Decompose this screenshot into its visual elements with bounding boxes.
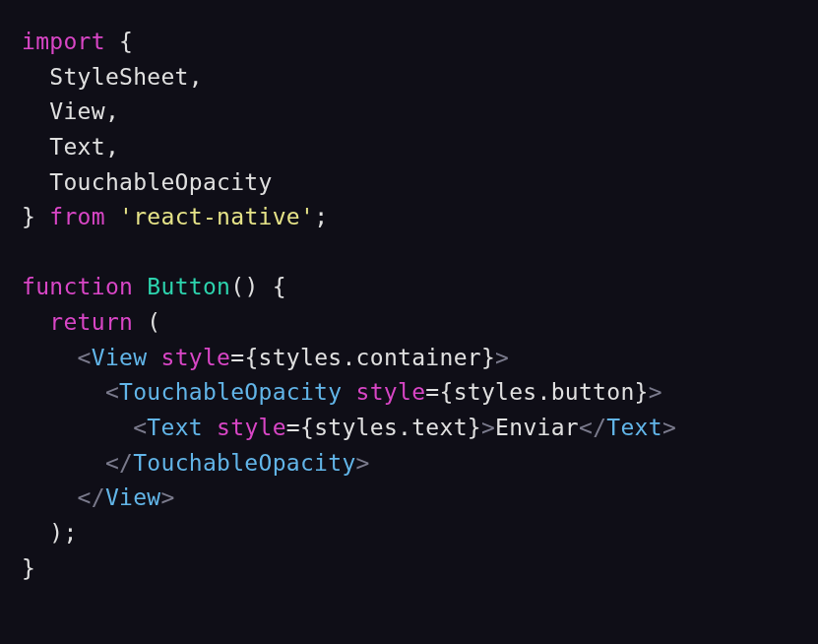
dot: . [398,415,411,440]
angle-open: < [105,379,119,405]
string-literal: 'react-native' [119,204,314,229]
comma: , [105,134,119,160]
jsx-attr-style: style [161,345,231,370]
import-item: View [49,98,105,124]
brace-open: { [119,29,133,54]
angle-close: > [160,484,174,510]
expr-styles: styles [314,415,398,440]
angle-open: < [133,415,147,440]
jsx-text-content: Enviar [495,415,579,440]
jsx-tag-view: View [92,345,148,370]
keyword-function: function [22,274,133,299]
brace-close: } [468,415,481,440]
angle-close-open: </ [105,450,133,476]
semicolon: ; [63,520,77,546]
jsx-tag-view-close: View [105,484,161,510]
angle-close: > [662,415,676,440]
brace-close: } [22,204,35,229]
comma: , [189,64,203,90]
import-item: Text [49,134,105,160]
dot: . [342,345,355,370]
paren-open: ( [147,309,160,335]
jsx-attr-style: style [217,415,286,440]
equals: = [230,345,244,370]
paren-close: ) [49,520,63,546]
angle-close: > [356,450,370,476]
angle-close: > [481,415,495,440]
function-name: Button [147,274,230,299]
brace-open: { [300,415,314,440]
angle-close-open: </ [579,415,606,440]
equals: = [425,379,439,405]
equals: = [286,415,300,440]
brace-open: { [439,379,453,405]
angle-close: > [649,379,662,405]
expr-styles: styles [454,379,537,405]
brace-close: } [635,379,649,405]
semicolon: ; [314,204,328,229]
brace-close: } [22,555,35,581]
code-block: import { StyleSheet, View, Text, Touchab… [22,25,796,586]
expr-text: text [411,415,468,440]
parens: () [230,274,258,299]
jsx-attr-style: style [356,379,426,405]
import-item: TouchableOpacity [49,169,272,195]
angle-open: < [78,345,92,370]
expr-button: button [551,379,635,405]
brace-close: } [481,345,495,370]
keyword-return: return [49,309,133,335]
keyword-from: from [49,204,105,229]
dot: . [537,379,551,405]
jsx-tag-touchable-close: TouchableOpacity [133,450,355,476]
comma: , [105,98,119,124]
jsx-tag-text-close: Text [606,415,662,440]
import-item: StyleSheet [49,64,188,90]
jsx-tag-touchable: TouchableOpacity [119,379,342,405]
expr-container: container [356,345,481,370]
angle-close: > [495,345,509,370]
brace-open: { [273,274,286,299]
brace-open: { [244,345,258,370]
keyword-import: import [22,29,105,54]
expr-styles: styles [259,345,343,370]
angle-close-open: </ [78,484,105,510]
jsx-tag-text: Text [147,415,203,440]
